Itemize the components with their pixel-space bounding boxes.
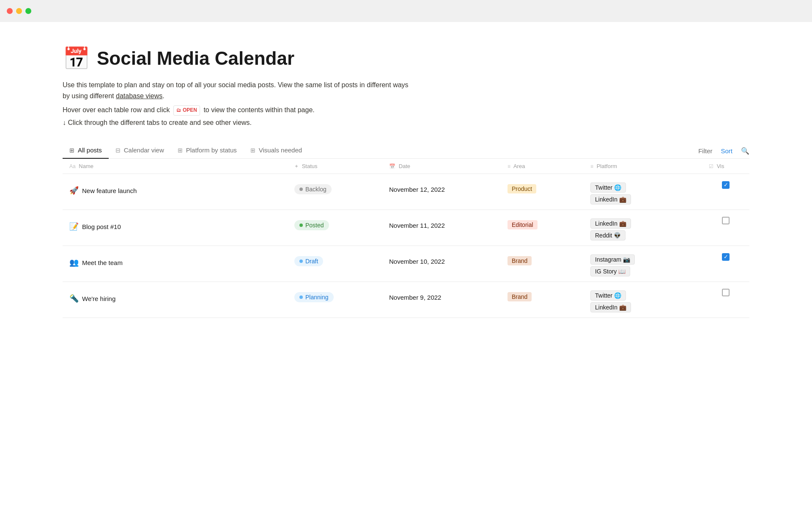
area-tag-3: Brand: [508, 256, 532, 265]
status-badge-1: Backlog: [294, 184, 332, 194]
platform-list-1: Twitter 🌐 LinkedIn 💼: [590, 179, 695, 204]
tab-icon-platform: ⊞: [178, 147, 183, 154]
instruction-line2: ↓ Click through the different tabs to cr…: [63, 117, 749, 128]
col-header-platform: ≡ Platform: [584, 159, 702, 174]
filter-button[interactable]: Filter: [698, 147, 712, 155]
status-dot-1: [299, 188, 303, 191]
status-dot-4: [299, 295, 303, 299]
visual-checkbox-2[interactable]: [722, 217, 730, 224]
row-emoji-4: 🔦: [69, 294, 79, 303]
page-icon: 📅: [63, 47, 90, 69]
row-name-3: Meet the team: [82, 259, 123, 266]
cell-name-1: 🚀 New feature launch: [63, 174, 288, 210]
row-emoji-2: 📝: [69, 222, 79, 231]
row-name-4: We're hiring: [82, 295, 115, 302]
row-emoji-3: 👥: [69, 258, 79, 267]
table-header-row: Aa Name ✦ Status 📅 Date ≡ Area: [63, 159, 749, 174]
table-row[interactable]: 📝 Blog post #10 Posted November 11, 2022: [63, 210, 749, 246]
platform-list-3: Instagram 📷 IG Story 📖: [590, 251, 695, 276]
cell-area-3: Brand: [501, 246, 584, 282]
maximize-button[interactable]: [25, 8, 31, 14]
sort-button[interactable]: Sort: [721, 147, 732, 155]
cell-platform-3: Instagram 📷 IG Story 📖: [584, 246, 702, 282]
cell-status-1: Backlog: [288, 174, 382, 210]
platform-tag-2-1: Reddit 👽: [590, 230, 625, 240]
tabs-left: ⊞ All posts ⊟ Calendar view ⊞ Platform b…: [63, 143, 309, 158]
col-icon-name: Aa: [69, 163, 76, 169]
status-badge-4: Planning: [294, 292, 334, 302]
tab-icon-visuals: ⊞: [250, 147, 255, 154]
minimize-button[interactable]: [16, 8, 22, 14]
tab-calendar-view[interactable]: ⊟ Calendar view: [109, 143, 171, 159]
cell-date-4: November 9, 2022: [382, 282, 501, 318]
status-badge-3: Draft: [294, 256, 323, 266]
tab-icon-all-posts: ⊞: [69, 147, 74, 154]
row-emoji-1: 🚀: [69, 186, 79, 195]
description-line1: Use this template to plan and stay on to…: [63, 80, 749, 101]
col-icon-platform: ≡: [590, 163, 593, 169]
cell-visual-2: [702, 210, 749, 246]
cell-date-3: November 10, 2022: [382, 246, 501, 282]
tabs-right: Filter Sort 🔍: [698, 147, 749, 155]
col-icon-status: ✦: [294, 163, 299, 169]
page-title: Social Media Calendar: [97, 48, 294, 69]
posts-table: Aa Name ✦ Status 📅 Date ≡ Area: [63, 159, 749, 318]
cell-name-4: 🔦 We're hiring: [63, 282, 288, 318]
open-badge-icon: 🗂: [176, 107, 181, 114]
platform-tag-1-1: LinkedIn 💼: [590, 194, 631, 204]
cell-platform-1: Twitter 🌐 LinkedIn 💼: [584, 174, 702, 210]
row-name-1: New feature launch: [82, 187, 137, 194]
platform-tag-3-0: Instagram 📷: [590, 254, 635, 265]
cell-status-2: Posted: [288, 210, 382, 246]
status-dot-3: [299, 260, 303, 263]
col-header-date: 📅 Date: [382, 159, 501, 174]
cell-name-3: 👥 Meet the team: [63, 246, 288, 282]
visual-checkbox-4[interactable]: [722, 289, 730, 296]
cell-visual-1: ✓: [702, 174, 749, 210]
col-header-area: ≡ Area: [501, 159, 584, 174]
instruction-line1: Hover over each table row and click 🗂 OP…: [63, 105, 749, 116]
cell-area-1: Product: [501, 174, 584, 210]
cell-visual-4: [702, 282, 749, 318]
platform-list-4: Twitter 🌐 LinkedIn 💼: [590, 287, 695, 312]
cell-date-1: November 12, 2022: [382, 174, 501, 210]
table-row[interactable]: 👥 Meet the team Draft November 10, 2022: [63, 246, 749, 282]
table-row[interactable]: 🚀 New feature launch Backlog November 12…: [63, 174, 749, 210]
platform-tag-4-1: LinkedIn 💼: [590, 302, 631, 312]
tab-icon-calendar: ⊟: [115, 147, 121, 154]
visual-checkbox-3[interactable]: ✓: [722, 253, 730, 261]
open-badge: 🗂 OPEN: [173, 105, 200, 115]
platform-tag-4-0: Twitter 🌐: [590, 290, 626, 301]
cell-name-2: 📝 Blog post #10: [63, 210, 288, 246]
tab-all-posts[interactable]: ⊞ All posts: [63, 143, 109, 159]
titlebar: [0, 0, 812, 22]
search-icon[interactable]: 🔍: [741, 147, 749, 155]
platform-tag-1-0: Twitter 🌐: [590, 182, 626, 193]
cell-platform-4: Twitter 🌐 LinkedIn 💼: [584, 282, 702, 318]
area-tag-2: Editorial: [508, 220, 538, 229]
table-wrapper: Aa Name ✦ Status 📅 Date ≡ Area: [63, 159, 749, 318]
area-tag-4: Brand: [508, 292, 532, 301]
col-icon-area: ≡: [508, 163, 510, 169]
tab-visuals-needed[interactable]: ⊞ Visuals needed: [244, 143, 309, 159]
cell-visual-3: ✓: [702, 246, 749, 282]
cell-status-4: Planning: [288, 282, 382, 318]
row-name-2: Blog post #10: [82, 223, 121, 230]
col-icon-date: 📅: [389, 163, 395, 169]
col-header-name: Aa Name: [63, 159, 288, 174]
status-dot-2: [299, 224, 303, 227]
cell-area-4: Brand: [501, 282, 584, 318]
status-badge-2: Posted: [294, 220, 329, 230]
table-row[interactable]: 🔦 We're hiring Planning November 9, 2022: [63, 282, 749, 318]
cell-area-2: Editorial: [501, 210, 584, 246]
platform-tag-2-0: LinkedIn 💼: [590, 218, 631, 229]
tab-platform-by-status[interactable]: ⊞ Platform by status: [171, 143, 244, 159]
database-views-link[interactable]: database views: [116, 92, 162, 99]
col-header-status: ✦ Status: [288, 159, 382, 174]
close-button[interactable]: [7, 8, 13, 14]
col-icon-visual: ☑: [709, 163, 713, 169]
tabs-bar: ⊞ All posts ⊟ Calendar view ⊞ Platform b…: [63, 143, 749, 159]
visual-checkbox-1[interactable]: ✓: [722, 181, 730, 189]
cell-status-3: Draft: [288, 246, 382, 282]
cell-platform-2: LinkedIn 💼 Reddit 👽: [584, 210, 702, 246]
